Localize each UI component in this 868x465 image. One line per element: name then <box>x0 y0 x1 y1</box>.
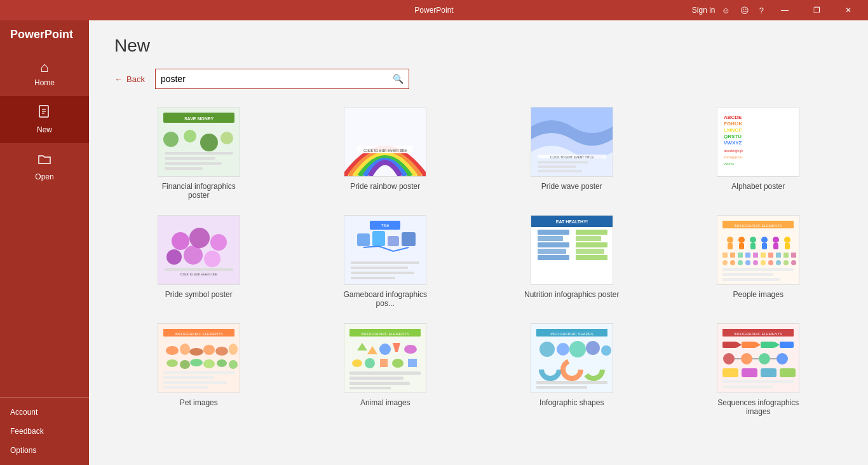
svg-rect-58 <box>538 242 569 247</box>
svg-rect-56 <box>538 230 569 235</box>
svg-rect-122 <box>163 386 208 389</box>
template-item-pride-rainbow-poster[interactable]: Click to edit event title Pride rainbow … <box>301 107 470 200</box>
svg-rect-158 <box>742 342 756 348</box>
svg-point-9 <box>200 134 218 151</box>
sidebar-item-new[interactable]: New <box>0 96 89 143</box>
sidebar-item-open[interactable]: Open <box>0 143 89 190</box>
sidebar-item-home[interactable]: ⌂ Home <box>0 52 89 96</box>
sidebar-item-account[interactable]: Account <box>0 403 89 422</box>
svg-point-7 <box>163 132 179 147</box>
smiley-icon-btn[interactable]: ☺ <box>717 3 733 18</box>
svg-rect-87 <box>768 253 773 258</box>
svg-rect-101 <box>722 268 794 271</box>
svg-rect-88 <box>776 253 781 258</box>
template-thumb: INFOGRAPHIC ELEMENTS <box>717 323 799 393</box>
svg-rect-48 <box>402 232 416 246</box>
home-icon: ⌂ <box>40 60 48 74</box>
template-item-pride-wave-poster[interactable]: CLICK TO EDIT EVENT TITLE Pride wave pos… <box>487 107 656 200</box>
sad-icon-btn[interactable]: ☹ <box>736 3 753 18</box>
svg-point-165 <box>741 353 752 364</box>
template-item-animal-images[interactable]: INFOGRAPHIC ELEMENTS <box>301 323 470 416</box>
help-icon-btn[interactable]: ? <box>756 3 768 18</box>
app-body: PowerPoint ⌂ Home New <box>0 20 868 465</box>
svg-text:LMNOP: LMNOP <box>724 127 743 133</box>
minimize-button[interactable]: — <box>770 0 799 20</box>
svg-rect-51 <box>351 272 414 274</box>
template-item-pet-images[interactable]: INFOGRAPHIC ELEMENTS <box>114 323 283 416</box>
svg-point-77 <box>773 237 779 243</box>
search-button[interactable]: 🔍 <box>388 69 409 88</box>
svg-text:vwxyz: vwxyz <box>724 162 734 165</box>
svg-text:INFOGRAPHIC SHAPES: INFOGRAPHIC SHAPES <box>550 332 593 336</box>
svg-text:INFOGRAPHIC ELEMENTS: INFOGRAPHIC ELEMENTS <box>734 224 782 228</box>
svg-point-146 <box>586 341 600 355</box>
template-thumb: INFOGRAPHIC ELEMENTS <box>717 215 799 285</box>
svg-rect-40 <box>165 268 233 271</box>
svg-rect-80 <box>785 243 790 249</box>
svg-rect-76 <box>762 243 767 249</box>
svg-rect-137 <box>349 377 403 380</box>
svg-text:QRSTU: QRSTU <box>724 134 742 139</box>
template-label: Pride wave poster <box>541 182 602 191</box>
template-item-nutrition-infographics-poster[interactable]: EAT HEALTHY! <box>487 215 656 308</box>
titlebar: PowerPoint Sign in ☺ ☹ ? — ❐ ✕ <box>0 0 868 20</box>
svg-point-34 <box>172 232 189 250</box>
svg-marker-135 <box>408 359 417 367</box>
svg-rect-172 <box>761 368 776 377</box>
app-logo: PowerPoint <box>0 20 89 52</box>
svg-rect-78 <box>773 243 778 249</box>
template-item-financial-infographics-poster[interactable]: SAVE MONEY Financial infographics poster <box>114 107 283 200</box>
svg-rect-63 <box>576 242 607 247</box>
template-item-infographic-shapes[interactable]: INFOGRAPHIC SHAPES <box>487 323 656 416</box>
template-thumb: Title <box>344 215 426 285</box>
svg-point-73 <box>750 237 756 243</box>
sidebar-item-home-label: Home <box>34 78 55 87</box>
svg-point-116 <box>203 359 215 368</box>
back-button[interactable]: ← Back <box>114 74 145 84</box>
signin-area[interactable]: Sign in <box>692 6 715 15</box>
content-area: New ← Back 🔍 SAVE MONEY <box>89 20 868 465</box>
svg-rect-59 <box>538 249 566 254</box>
svg-rect-170 <box>722 368 738 377</box>
search-input[interactable] <box>156 71 388 87</box>
sidebar-item-options[interactable]: Options <box>0 441 89 460</box>
svg-rect-90 <box>791 253 796 258</box>
sidebar-item-feedback[interactable]: Feedback <box>0 422 89 441</box>
svg-rect-160 <box>761 342 775 348</box>
template-item-gameboard-infographics-poster[interactable]: Title Gameboard infographics pos... <box>301 215 470 308</box>
svg-text:INFOGRAPHIC ELEMENTS: INFOGRAPHIC ELEMENTS <box>175 332 223 336</box>
svg-rect-46 <box>372 231 385 246</box>
close-button[interactable]: ✕ <box>834 0 863 20</box>
svg-rect-62 <box>576 236 601 241</box>
svg-point-36 <box>210 234 227 251</box>
signin-label[interactable]: Sign in <box>692 6 715 15</box>
template-item-sequences-infographics-images[interactable]: INFOGRAPHIC ELEMENTS <box>674 323 843 416</box>
svg-point-132 <box>365 358 375 368</box>
sidebar: PowerPoint ⌂ Home New <box>0 20 89 465</box>
sidebar-nav: ⌂ Home New <box>0 52 89 397</box>
svg-rect-175 <box>722 385 773 388</box>
svg-text:FGHIJK: FGHIJK <box>724 121 743 127</box>
template-thumb: INFOGRAPHIC ELEMENTS <box>344 323 426 393</box>
svg-rect-152 <box>536 386 587 389</box>
svg-marker-133 <box>380 359 388 367</box>
svg-text:Title: Title <box>381 223 390 228</box>
titlebar-controls: Sign in ☺ ☹ ? — ❐ ✕ <box>692 0 863 20</box>
svg-rect-96 <box>761 260 766 265</box>
template-thumb: EAT HEALTHY! <box>531 215 613 285</box>
maximize-button[interactable]: ❐ <box>802 0 831 20</box>
open-icon <box>37 152 51 169</box>
template-item-pride-symbol-poster[interactable]: Click to edit event title Pride symbol p… <box>114 215 283 308</box>
svg-rect-61 <box>576 230 607 235</box>
svg-rect-119 <box>163 371 234 374</box>
svg-rect-94 <box>745 260 750 265</box>
svg-rect-21 <box>538 161 588 163</box>
template-thumb: CLICK TO EDIT EVENT TITLE <box>531 107 613 177</box>
template-thumb: Click to edit event title <box>158 215 240 285</box>
svg-rect-65 <box>576 255 607 260</box>
template-label: Pride rainbow poster <box>350 182 420 191</box>
svg-point-37 <box>166 249 182 265</box>
template-item-alphabet-poster[interactable]: ABCDE FGHIJK LMNOP QRSTU VWXYZ abcdefghi… <box>674 107 843 200</box>
svg-rect-93 <box>738 260 743 265</box>
template-item-people-images[interactable]: INFOGRAPHIC ELEMENTS <box>674 215 843 308</box>
